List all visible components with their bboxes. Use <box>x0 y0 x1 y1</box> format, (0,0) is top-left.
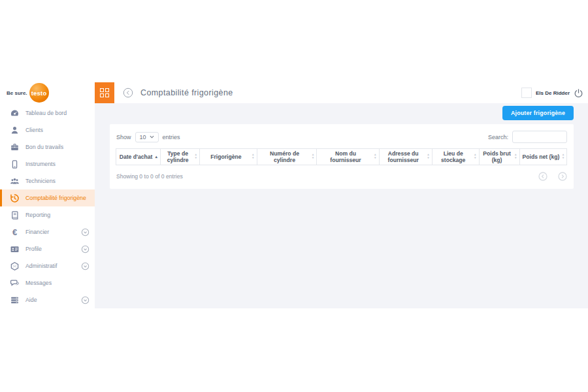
column-header-frigorigene[interactable]: Frigorigène <box>199 148 257 165</box>
dashboard-icon <box>10 108 20 118</box>
column-header-label: Adresse du fournisseur <box>382 150 425 163</box>
sort-icon <box>252 154 255 160</box>
chevron-down-icon <box>81 262 90 270</box>
sidebar-item-label: Messages <box>25 280 52 286</box>
sort-icon: ▲ <box>154 155 158 159</box>
column-header-label: Numéro de cylindre <box>260 150 310 163</box>
brand-tagline: Be sure. <box>7 90 27 96</box>
user-name: Els De Ridder <box>536 90 570 96</box>
team-icon <box>10 176 20 186</box>
column-header-label: Lieu de stockage <box>435 150 472 163</box>
column-header-lieu-de-stockage[interactable]: Lieu de stockage <box>432 148 480 165</box>
sidebar-item-messages[interactable]: Messages <box>0 274 95 291</box>
briefcase-icon <box>10 142 20 152</box>
page: Be sure. testo Comptabilité frigorigène … <box>0 0 588 392</box>
sidebar-item-tableau-de-bord[interactable]: Tableau de bord <box>0 105 95 122</box>
sidebar-item-bon-du-travails[interactable]: Bon du travails <box>0 139 95 155</box>
column-header-label: Poids net (kg) <box>523 154 560 160</box>
next-page-button[interactable] <box>558 172 567 181</box>
search-control: Search: <box>488 131 567 143</box>
apps-grid-button[interactable] <box>95 82 114 103</box>
user-icon <box>10 125 20 135</box>
column-header-poids-net-kg[interactable]: Poids net (kg) <box>519 148 568 165</box>
sidebar-item-profile[interactable]: Profile <box>0 240 95 257</box>
sidebar-item-administratif[interactable]: Administratif <box>0 257 95 274</box>
table-controls: Show 10 entries Search: <box>116 131 567 143</box>
sidebar-item-label: Clients <box>25 127 43 133</box>
sidebar-item-financier[interactable]: € Financier <box>0 223 95 240</box>
sidebar-item-comptabilite-frigorigene[interactable]: Comptabilité frigorigène <box>0 189 95 206</box>
chevron-down-icon <box>81 245 90 253</box>
brand-logo: Be sure. testo <box>0 83 95 103</box>
search-label: Search: <box>488 134 508 140</box>
history-icon <box>10 193 20 203</box>
chat-icon <box>10 278 20 288</box>
entries-label: entries <box>163 134 180 140</box>
table-footer: Showing 0 to 0 of 0 entries <box>116 165 568 182</box>
column-header-type-de-cylindre[interactable]: Type de cylindre <box>160 148 200 165</box>
sidebar-item-label: Comptabilité frigorigène <box>25 195 86 201</box>
sidebar-item-label: Bon du travails <box>25 144 63 150</box>
sort-icon <box>474 154 477 160</box>
testo-logo: testo <box>29 83 49 103</box>
sort-icon <box>195 154 198 160</box>
column-header-nom-du-fournisseur[interactable]: Nom du fournisseur <box>316 148 379 165</box>
column-header-adresse-du-fournisseur[interactable]: Adresse du fournisseur <box>379 148 433 165</box>
prev-page-button[interactable] <box>538 172 547 181</box>
add-frigorigene-button[interactable]: Ajouter frigorigène <box>502 106 574 120</box>
sidebar-item-aide[interactable]: Aide <box>0 291 95 308</box>
column-header-date-d-achat[interactable]: Date d'achat ▲ <box>116 148 161 165</box>
grid-icon <box>100 88 109 97</box>
sort-icon <box>312 154 315 160</box>
table-card: Show 10 entries Search: <box>110 124 574 189</box>
sidebar-item-label: Reporting <box>25 212 50 218</box>
table-summary: Showing 0 to 0 of 0 entries <box>116 173 183 180</box>
euro-icon: € <box>10 227 20 237</box>
sort-icon <box>562 154 565 160</box>
power-icon <box>574 88 583 98</box>
column-header-label: Frigorigène <box>210 154 241 160</box>
sidebar-item-techniciens[interactable]: Techniciens <box>0 172 95 189</box>
page-title: Comptabilité frigorigène <box>140 88 233 97</box>
pagination <box>538 172 567 181</box>
avatar[interactable] <box>521 88 532 98</box>
sidebar-item-label: Tableau de bord <box>25 110 67 116</box>
page-size-select[interactable]: 10 <box>135 132 159 142</box>
chevron-right-icon <box>558 172 567 181</box>
chevron-down-icon <box>150 135 154 139</box>
chevron-down-icon <box>81 296 90 304</box>
sidebar-item-label: Techniciens <box>25 178 56 184</box>
user-area: Els De Ridder <box>521 88 588 98</box>
sidebar-item-label: Aide <box>25 297 37 303</box>
sidebar-item-label: Administratif <box>25 263 57 269</box>
list-icon <box>10 295 20 305</box>
book-icon <box>10 210 20 220</box>
search-input[interactable] <box>512 131 567 143</box>
topbar: Be sure. testo Comptabilité frigorigène … <box>0 82 588 103</box>
page-size-control: Show 10 entries <box>116 132 180 142</box>
sidebar-item-label: Profile <box>25 246 42 252</box>
app-window: Be sure. testo Comptabilité frigorigène … <box>0 82 588 308</box>
column-header-label: Date d'achat <box>120 154 153 160</box>
chevron-down-icon <box>81 228 90 237</box>
sort-icon <box>427 154 430 160</box>
sidebar-item-instruments[interactable]: Instruments <box>0 155 95 172</box>
column-header-poids-brut-kg[interactable]: Poids brut (kg) <box>479 148 520 165</box>
back-button[interactable] <box>123 88 133 98</box>
id-card-icon <box>10 244 20 254</box>
sidebar-item-label: Financier <box>25 229 49 235</box>
sidebar: Tableau de bord Clients Bon du travails … <box>0 103 95 308</box>
chevron-left-icon <box>538 172 547 181</box>
column-header-numero-de-cylindre[interactable]: Numéro de cylindre <box>257 148 318 165</box>
hexagon-icon <box>10 261 20 271</box>
app-body: Tableau de bord Clients Bon du travails … <box>0 103 588 308</box>
sidebar-item-label: Instruments <box>25 161 56 167</box>
show-label: Show <box>116 134 131 140</box>
main-content: Ajouter frigorigène Show 10 en <box>95 103 588 308</box>
sidebar-item-clients[interactable]: Clients <box>0 122 95 139</box>
logout-button[interactable] <box>574 88 583 98</box>
column-header-label: Type de cylindre <box>163 150 192 163</box>
sidebar-item-reporting[interactable]: Reporting <box>0 206 95 223</box>
column-header-label: Poids brut (kg) <box>482 150 512 163</box>
chevron-left-icon <box>123 88 133 98</box>
